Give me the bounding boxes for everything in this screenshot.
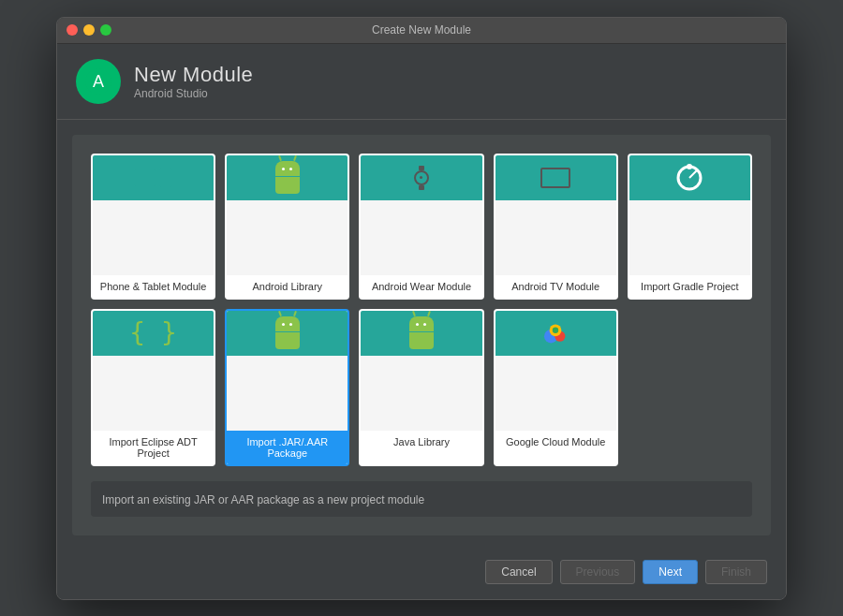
main-window: Create New Module A New Module Android S…	[56, 17, 787, 600]
module-card-android-tv[interactable]: Android TV Module	[494, 154, 618, 300]
dialog-header: A New Module Android Studio	[57, 44, 786, 120]
description-area: Import an existing JAR or AAR package as…	[91, 481, 752, 517]
phone-tablet-icon	[134, 169, 172, 187]
card-top-phone-tablet	[93, 155, 214, 200]
robot-eye-right	[289, 168, 292, 170]
dialog-title: New Module	[134, 63, 253, 87]
close-button[interactable]	[67, 24, 78, 36]
robot-body-jar	[275, 332, 300, 349]
robot-antenna-left	[278, 155, 282, 161]
tv-icon	[540, 168, 570, 188]
card-top-android-wear	[361, 155, 481, 200]
card-top-import-jar-aar	[227, 311, 348, 356]
finish-button[interactable]: Finish	[705, 560, 767, 584]
card-label-import-jar-aar: Import .JAR/.AAR Package	[227, 431, 348, 464]
cancel-button[interactable]: Cancel	[485, 560, 552, 584]
card-label-import-eclipse: Import Eclipse ADT Project	[93, 431, 214, 464]
titlebar-controls	[67, 24, 111, 36]
robot-antenna-right-java	[427, 311, 431, 316]
card-label-android-wear: Android Wear Module	[361, 275, 481, 298]
card-label-android-library: Android Library	[227, 275, 348, 298]
card-top-android-library	[227, 155, 348, 200]
card-label-google-cloud: Google Cloud Module	[495, 431, 616, 453]
description-text: Import an existing JAR or AAR package as…	[102, 493, 424, 506]
card-label-java-library: Java Library	[361, 431, 481, 453]
module-card-phone-tablet[interactable]: Phone & Tablet Module	[91, 154, 215, 300]
watch-band-bottom	[419, 185, 424, 190]
card-body-android-library	[227, 200, 348, 275]
robot-antenna-left-jar	[278, 311, 282, 316]
card-top-import-gradle	[629, 155, 750, 200]
svg-point-3	[687, 164, 692, 169]
robot-head-java	[409, 316, 434, 331]
gradle-icon	[674, 163, 704, 193]
card-body-import-gradle	[629, 200, 750, 275]
watch-band-top	[419, 166, 424, 170]
module-card-import-jar-aar[interactable]: Import .JAR/.AAR Package	[225, 309, 349, 466]
google-cloud-icon	[540, 320, 570, 346]
robot-antenna-left-java	[412, 311, 416, 316]
robot-antenna-right	[293, 155, 297, 161]
module-grid: Phone & Tablet Module	[91, 154, 752, 466]
tablet-shape	[134, 169, 156, 186]
robot-eye-right-java	[423, 323, 426, 326]
module-card-import-eclipse[interactable]: { } Import Eclipse ADT Project	[91, 309, 215, 466]
svg-text:A: A	[93, 72, 104, 91]
eclipse-adt-icon: { }	[129, 317, 177, 348]
module-card-android-library[interactable]: Android Library	[225, 154, 349, 300]
maximize-button[interactable]	[100, 24, 111, 36]
android-robot-icon-jar	[275, 316, 300, 349]
next-button[interactable]: Next	[643, 560, 698, 584]
titlebar: Create New Module	[57, 18, 786, 44]
android-robot-icon-java	[409, 316, 434, 349]
dialog-footer: Cancel Previous Next Finish	[57, 550, 786, 599]
card-top-android-tv	[495, 155, 616, 200]
robot-eye-left	[282, 168, 285, 170]
robot-eye-right-jar	[289, 323, 292, 326]
robot-head	[275, 161, 300, 176]
phone-shape	[159, 169, 172, 187]
header-text: New Module Android Studio	[134, 63, 253, 100]
card-body-android-tv	[495, 200, 616, 275]
android-studio-logo: A	[76, 59, 121, 104]
card-body-java-library	[361, 356, 481, 431]
previous-button[interactable]: Previous	[560, 560, 636, 584]
card-label-android-tv: Android TV Module	[495, 275, 616, 298]
module-card-import-gradle[interactable]: Import Gradle Project	[628, 154, 752, 300]
module-card-android-wear[interactable]: Android Wear Module	[359, 154, 483, 300]
android-logo-icon: A	[84, 67, 112, 95]
minimize-button[interactable]	[83, 24, 95, 36]
card-body-google-cloud	[495, 356, 616, 431]
card-top-google-cloud	[495, 311, 616, 356]
watch-face	[414, 170, 429, 185]
watch-face-dot	[420, 176, 422, 179]
robot-eye-left-jar	[282, 323, 285, 326]
android-robot-icon-library	[275, 161, 300, 194]
card-top-import-eclipse: { }	[93, 311, 214, 356]
svg-point-7	[553, 327, 558, 332]
robot-antenna-right-jar	[293, 311, 297, 316]
module-card-java-library[interactable]: Java Library	[359, 309, 483, 466]
card-label-import-gradle: Import Gradle Project	[629, 275, 750, 298]
module-card-google-cloud[interactable]: Google Cloud Module	[494, 309, 618, 466]
robot-body-java	[409, 332, 434, 349]
card-top-java-library	[361, 311, 481, 356]
robot-body	[275, 177, 300, 194]
robot-eye-left-java	[416, 323, 419, 326]
main-area: Phone & Tablet Module	[72, 135, 771, 535]
card-body-import-eclipse	[93, 356, 214, 431]
robot-head-jar	[275, 316, 300, 331]
card-label-phone-tablet: Phone & Tablet Module	[93, 275, 214, 298]
dialog-subtitle: Android Studio	[134, 87, 253, 100]
card-body-phone-tablet	[93, 200, 214, 275]
card-body-android-wear	[361, 200, 481, 275]
card-body-import-jar-aar	[227, 356, 348, 431]
window-title: Create New Module	[372, 23, 471, 37]
watch-icon	[414, 166, 429, 190]
